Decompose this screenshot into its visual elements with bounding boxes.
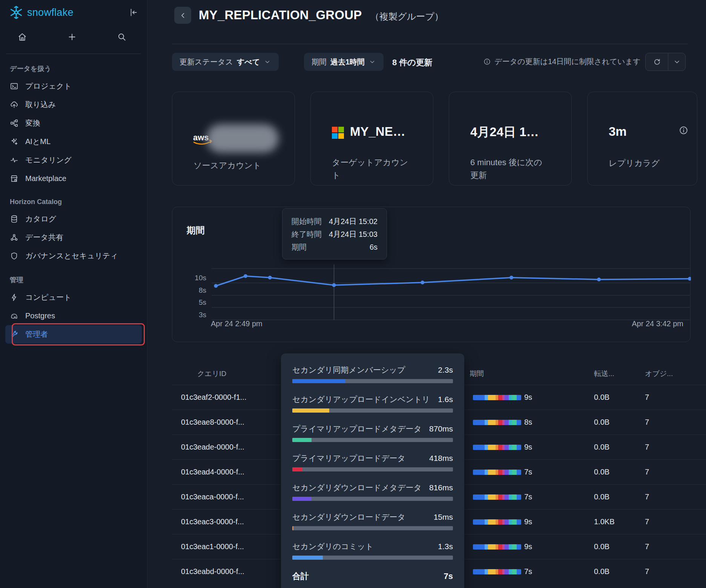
page-subtitle: （複製グループ） xyxy=(370,11,444,23)
query-id-cell: 01c3eabd-0000-f... xyxy=(181,567,244,576)
breakdown-row: セカンダリダウンロードメタデータ816ms xyxy=(292,482,453,501)
duration-cell: 7s xyxy=(524,468,532,476)
breakdown-step-label: セカンダリ同期メンバーシップ xyxy=(292,365,405,375)
refresh-split-button[interactable] xyxy=(645,53,686,71)
collapse-sidebar-icon[interactable] xyxy=(128,8,138,17)
page-title: MY_REPLICATION_GROUP xyxy=(199,8,362,22)
breakdown-progress-bar xyxy=(292,467,453,471)
query-id-cell: 01c3eac1-0000-f... xyxy=(181,542,244,551)
transferred-cell: 0.0B xyxy=(594,418,609,427)
status-filter-dropdown[interactable]: 更新ステータス すべて xyxy=(172,53,279,71)
breakdown-step-label: セカンダリダウンロードデータ xyxy=(292,512,405,522)
refresh-icon xyxy=(653,58,661,66)
chart-y-tick: 10s xyxy=(174,274,206,282)
transferred-cell: 1.0KB xyxy=(594,517,614,526)
back-button[interactable] xyxy=(174,7,191,24)
breakdown-step-value: 2.3s xyxy=(438,365,453,375)
breakdown-row: セカンダリアップロードインベントリ1.6s xyxy=(292,394,453,413)
target-account-name: MY_NE… xyxy=(350,124,405,139)
nav-group-label-1: Horizon Catalog xyxy=(5,198,142,206)
duration-cell: 8s xyxy=(524,418,532,427)
sidebar-item-label: 管理者 xyxy=(25,329,48,339)
redacted-account-name xyxy=(206,124,279,153)
refresh-limit-note: データの更新は14日間に制限されています xyxy=(483,57,640,67)
sidebar-item-ai-ml[interactable]: AIとML xyxy=(5,132,142,151)
breakdown-step-label: プライマリアップロードメタデータ xyxy=(292,424,422,434)
objects-cell: 7 xyxy=(645,393,649,402)
objects-cell: 7 xyxy=(645,418,649,427)
breakdown-row: セカンダリダウンロードデータ15ms xyxy=(292,512,453,530)
brand-wordmark: snowflake xyxy=(27,7,74,18)
sidebar-item-data-sharing[interactable]: データ共有 xyxy=(5,228,142,247)
info-icon[interactable] xyxy=(678,125,689,135)
breakdown-progress-bar xyxy=(292,556,453,560)
period-filter-value: 過去1時間 xyxy=(330,57,365,67)
breakdown-progress-bar xyxy=(292,497,453,501)
query-id-cell: 01c3eae8-0000-f... xyxy=(181,418,244,427)
breakdown-step-value: 15ms xyxy=(434,513,453,522)
breakdown-row: セカンダリのコミット1.3s xyxy=(292,541,453,560)
duration-breakdown-tooltip: セカンダリ同期メンバーシップ2.3sセカンダリアップロードインベントリ1.6sプ… xyxy=(281,353,464,588)
query-id-cell: 01c3ead4-0000-f... xyxy=(181,468,244,476)
objects-cell: 7 xyxy=(645,493,649,501)
sidebar-item-admin[interactable]: 管理者 xyxy=(5,325,142,344)
transferred-cell: 0.0B xyxy=(594,468,609,476)
source-account-card: aws ソースアカウント xyxy=(172,92,295,186)
info-icon[interactable] xyxy=(483,58,491,66)
duration-stacked-bar xyxy=(473,569,521,574)
breakdown-step-value: 870ms xyxy=(429,424,453,433)
sidebar-item-transform[interactable]: 変換 xyxy=(5,114,142,132)
create-plus-icon[interactable] xyxy=(67,32,77,42)
breakdown-progress-bar xyxy=(292,379,453,383)
sidebar-item-monitoring[interactable]: モニタリング xyxy=(5,151,142,169)
sidebar-item-ingestion[interactable]: 取り込み xyxy=(5,95,142,114)
breakdown-step-label: プライマリアップロードデータ xyxy=(292,453,405,464)
duration-stacked-bar xyxy=(473,470,521,475)
sidebar-item-compute[interactable]: コンピュート xyxy=(5,288,142,307)
home-icon[interactable] xyxy=(17,32,27,42)
breakdown-step-label: セカンダリアップロードインベントリ xyxy=(292,394,430,405)
sidebar-item-marketplace[interactable]: Marketplace xyxy=(5,169,142,188)
sidebar-item-label: プロジェクト xyxy=(25,81,72,91)
sidebar-item-label: モニタリング xyxy=(25,155,72,165)
wrench-icon xyxy=(10,330,18,339)
nav-group-label-0: データを扱う xyxy=(5,64,142,73)
transferred-cell: 0.0B xyxy=(594,393,609,402)
period-filter-label: 期間 xyxy=(312,57,327,67)
chart-y-tick: 5s xyxy=(174,298,206,307)
sidebar-item-projects[interactable]: プロジェクト xyxy=(5,77,142,95)
sidebar-item-label: 変換 xyxy=(25,118,40,128)
query-id-cell: 01c3eade-0000-f... xyxy=(181,443,244,451)
sidebar-item-label: AIとML xyxy=(25,137,51,147)
period-filter-dropdown[interactable]: 期間 過去1時間 xyxy=(304,53,384,71)
target-account-card: MY_NE… ターゲットアカウン ト xyxy=(310,92,433,186)
refresh-options-button[interactable] xyxy=(668,53,685,71)
sidebar-item-label: ガバナンスとセキュリティ xyxy=(25,251,118,261)
query-id-cell: 01c3eaca-0000-f... xyxy=(181,493,244,501)
elephant-icon xyxy=(10,312,18,320)
sidebar-nav: データを扱うプロジェクト取り込み変換AIとMLモニタリングMarketplace… xyxy=(5,64,142,344)
replica-lag-card: 3m レプリカラグ xyxy=(587,92,697,186)
breakdown-step-label: セカンダリダウンロードメタデータ xyxy=(292,482,422,493)
sidebar-item-catalog[interactable]: カタログ xyxy=(5,210,142,228)
sidebar-item-postgres[interactable]: Postgres xyxy=(5,307,142,325)
chart-x-start-label: Apr 24 2:49 pm xyxy=(211,319,262,328)
source-account-label: ソースアカウント xyxy=(193,159,261,172)
objects-cell: 7 xyxy=(645,517,649,526)
sidebar-item-governance[interactable]: ガバナンスとセキュリティ xyxy=(5,247,142,265)
duration-cell: 9s xyxy=(524,443,532,451)
duration-stacked-bar xyxy=(473,544,521,550)
refresh-button[interactable] xyxy=(646,53,668,71)
terminal-icon xyxy=(10,82,18,91)
duration-stacked-bar xyxy=(473,420,521,425)
sidebar-item-label: カタログ xyxy=(25,214,56,224)
database-icon xyxy=(10,215,18,223)
breakdown-row: プライマリアップロードメタデータ870ms xyxy=(292,424,453,442)
duration-stacked-bar xyxy=(473,445,521,450)
breakdown-step-value: 1.6s xyxy=(438,395,453,404)
chevron-down-icon xyxy=(673,58,681,66)
duration-cell: 7s xyxy=(524,493,532,501)
search-icon[interactable] xyxy=(117,32,127,42)
breakdown-progress-bar xyxy=(292,438,453,442)
breakdown-row: プライマリアップロードデータ418ms xyxy=(292,453,453,471)
